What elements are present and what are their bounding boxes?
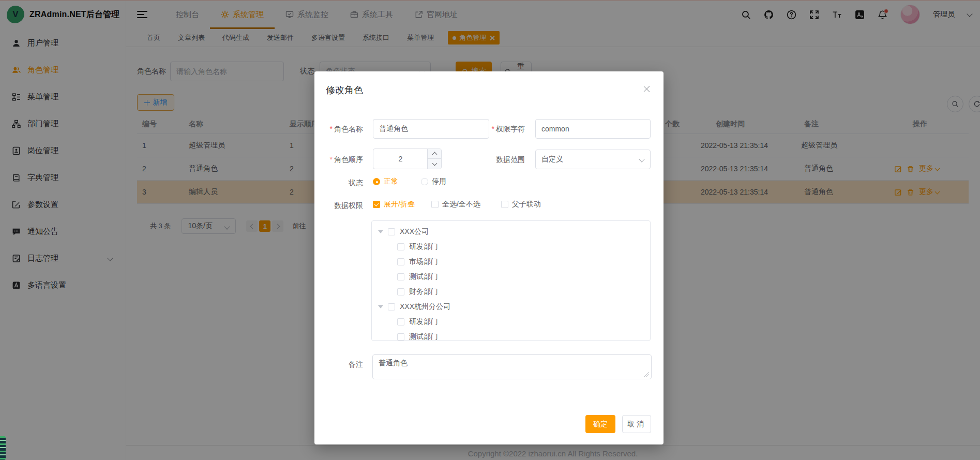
devtools-widget[interactable] — [0, 436, 6, 460]
tree-checkbox[interactable] — [397, 243, 404, 250]
tree-node[interactable]: 研发部门 — [372, 239, 650, 254]
tree-checkbox[interactable] — [388, 228, 395, 235]
parent-child-link-label[interactable]: 父子联动 — [512, 200, 541, 209]
radio-disabled-label[interactable]: 停用 — [432, 177, 446, 186]
app-window: V ZRAdmin.NET后台管理 用户管理 角色管理 菜单管理 部门管理 — [0, 0, 980, 460]
tree-node-label: 测试部门 — [409, 332, 438, 342]
role-sort-stepper: 2 — [373, 149, 442, 169]
role-sort-field-label: *角色顺序 — [314, 155, 363, 165]
checkbox-parent-child-link[interactable] — [501, 201, 508, 208]
status-radio-group: 正常 停用 — [373, 177, 446, 186]
increase-button[interactable] — [428, 149, 441, 159]
remark-field-label: 备注 — [314, 360, 363, 369]
caret-down-icon[interactable] — [378, 230, 383, 233]
checkbox-select-all[interactable] — [431, 201, 439, 208]
decrease-button[interactable] — [428, 159, 441, 169]
close-icon[interactable] — [643, 85, 651, 93]
tree-node-label: 研发部门 — [409, 242, 438, 251]
tree-node-label: XXX杭州分公司 — [400, 302, 450, 311]
permission-tree: XXX公司 研发部门 市场部门 测试部门 财务部门 XXX杭州分公司 — [371, 220, 651, 341]
tree-node-label: 测试部门 — [409, 272, 438, 281]
tree-node[interactable]: 测试部门 — [372, 269, 650, 284]
tree-node[interactable]: 测试部门 — [372, 329, 650, 341]
expand-collapse-label[interactable]: 展开/折叠 — [384, 200, 415, 209]
data-scope-select[interactable]: 自定义 — [535, 150, 651, 169]
data-scope-label: 数据范围 — [470, 155, 525, 165]
tree-checkbox[interactable] — [397, 333, 404, 340]
radio-normal[interactable] — [373, 178, 380, 185]
tree-checkbox[interactable] — [388, 303, 395, 310]
tree-node-label: 研发部门 — [409, 317, 438, 327]
tree-node-label: 财务部门 — [409, 287, 438, 296]
select-all-label[interactable]: 全选/全不选 — [442, 200, 480, 209]
required-mark: * — [492, 125, 494, 133]
role-key-field[interactable] — [535, 119, 651, 139]
tree-checkbox[interactable] — [397, 318, 404, 325]
tree-node-label: XXX公司 — [400, 227, 429, 236]
dialog-title: 修改角色 — [326, 84, 363, 96]
checkbox-expand-collapse[interactable] — [373, 201, 380, 208]
tree-node-label: 市场部门 — [409, 257, 438, 266]
tree-node[interactable]: 市场部门 — [372, 254, 650, 269]
edit-role-dialog: 修改角色 *角色名称 *权限字符 *角色顺序 2 数据范围 自定义 状态 — [314, 71, 664, 444]
data-perm-label: 数据权限 — [314, 201, 363, 211]
caret-down-icon[interactable] — [378, 305, 383, 308]
tree-node[interactable]: XXX公司 — [372, 224, 650, 239]
tree-node[interactable]: 研发部门 — [372, 314, 650, 329]
required-mark: * — [330, 125, 333, 133]
remark-textarea[interactable]: 普通角色 — [372, 354, 652, 379]
stepper-buttons — [427, 149, 441, 169]
tree-node[interactable]: XXX杭州分公司 — [372, 299, 650, 314]
tree-checkbox[interactable] — [397, 288, 404, 295]
role-name-field-label: *角色名称 — [314, 125, 363, 134]
tree-node[interactable]: 财务部门 — [372, 284, 650, 299]
role-sort-value[interactable]: 2 — [373, 149, 428, 169]
role-key-field-label: *权限字符 — [470, 125, 525, 134]
status-field-label: 状态 — [314, 179, 363, 188]
data-scope-value: 自定义 — [541, 155, 563, 164]
confirm-button[interactable]: 确定 — [585, 415, 615, 433]
tree-option-checkboxes: 展开/折叠 全选/全不选 父子联动 — [373, 200, 541, 209]
required-mark: * — [330, 155, 333, 164]
radio-disabled[interactable] — [421, 178, 428, 185]
tree-checkbox[interactable] — [397, 258, 404, 265]
chevron-down-icon — [639, 156, 644, 162]
tree-checkbox[interactable] — [397, 273, 404, 280]
cancel-button[interactable]: 取消 — [622, 415, 651, 433]
radio-normal-label[interactable]: 正常 — [384, 177, 398, 186]
